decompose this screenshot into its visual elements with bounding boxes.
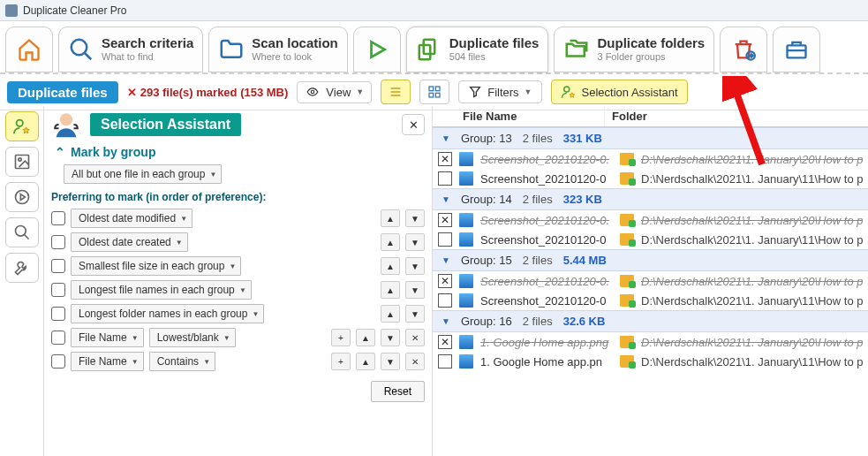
- side-tools[interactable]: [5, 253, 39, 283]
- mark-checkbox[interactable]: ✕: [438, 152, 452, 166]
- file-row[interactable]: ✕ Screenshot_20210120-0. D:\Nerdschalk\2…: [433, 271, 868, 291]
- close-panel-button[interactable]: ✕: [402, 114, 425, 135]
- criterion-field-dropdown[interactable]: File Name: [71, 328, 144, 347]
- filters-dropdown[interactable]: Filters ▼: [458, 80, 541, 103]
- page-title-pill: Duplicate files: [7, 81, 118, 103]
- group-header[interactable]: ▼ Group: 15 2 files 5.44 MB: [433, 249, 868, 271]
- grid-icon: [427, 85, 442, 99]
- criterion-checkbox[interactable]: [51, 235, 65, 249]
- criterion-operator-dropdown[interactable]: Lowest/blank: [149, 328, 236, 347]
- folder-cell: D:\Nerdschalk\2021\1. January\11\How to …: [641, 294, 863, 308]
- tab-subtitle: What to find: [102, 51, 193, 63]
- move-up-button[interactable]: ▲: [381, 257, 400, 275]
- toolbox-tab[interactable]: [773, 27, 820, 72]
- group-header[interactable]: ▼ Group: 16 2 files 32.6 KB: [433, 310, 868, 332]
- file-type-icon: [459, 293, 473, 308]
- selection-assistant-button[interactable]: Selection Assistant: [551, 80, 688, 104]
- move-up-button[interactable]: ▲: [381, 305, 400, 323]
- criterion-row: Smallest file size in each group ▲ ▼: [51, 256, 425, 276]
- criterion-checkbox[interactable]: [51, 307, 65, 321]
- mark-checkbox[interactable]: [438, 354, 452, 369]
- group-header[interactable]: ▼ Group: 13 2 files 331 KB: [433, 127, 868, 149]
- side-selection-assistant[interactable]: [5, 111, 39, 141]
- add-button[interactable]: +: [331, 353, 351, 370]
- move-down-button[interactable]: ▼: [405, 257, 425, 275]
- mark-by-group-heading[interactable]: ⌃ Mark by group: [55, 145, 425, 159]
- list-view-button[interactable]: [381, 80, 411, 104]
- move-down-button[interactable]: ▼: [381, 329, 400, 346]
- move-up-button[interactable]: ▲: [356, 329, 375, 346]
- eye-icon: [305, 86, 321, 98]
- file-row[interactable]: Screenshot_20210120-0 D:\Nerdschalk\2021…: [433, 230, 868, 249]
- move-up-button[interactable]: ▲: [381, 233, 400, 251]
- mark-checkbox[interactable]: [438, 232, 452, 247]
- criterion-dropdown[interactable]: Oldest date modified: [71, 209, 192, 228]
- move-up-button[interactable]: ▲: [356, 353, 375, 370]
- criterion-dropdown[interactable]: Oldest date created: [71, 232, 188, 252]
- criterion-checkbox[interactable]: [51, 331, 65, 345]
- remove-button[interactable]: ✕: [405, 353, 425, 370]
- criterion-dropdown[interactable]: Longest file names in each group: [71, 280, 252, 300]
- move-down-button[interactable]: ▼: [405, 209, 425, 227]
- move-down-button[interactable]: ▼: [405, 233, 425, 251]
- view-dropdown[interactable]: View ▼: [297, 81, 372, 103]
- file-row[interactable]: ✕ Screenshot_20210120-0. D:\Nerdschalk\2…: [433, 210, 868, 230]
- mark-checkbox[interactable]: ✕: [438, 335, 452, 349]
- mark-checkbox[interactable]: [438, 171, 452, 186]
- file-table: File Name Folder ▼ Group: 13 2 files 331…: [433, 106, 868, 456]
- file-type-icon: [459, 274, 473, 288]
- marked-status: ✕ 293 file(s) marked (153 MB): [127, 86, 289, 99]
- scan-location-tab[interactable]: Scan location Where to look: [208, 27, 348, 72]
- file-row[interactable]: Screenshot_20210120-0 D:\Nerdschalk\2021…: [433, 291, 868, 310]
- file-row[interactable]: Screenshot_20210120-0 D:\Nerdschalk\2021…: [433, 169, 868, 188]
- move-down-button[interactable]: ▼: [405, 305, 425, 323]
- run-tab[interactable]: [353, 27, 401, 72]
- folder-cell: D:\Nerdschalk\2021\1. January\11\How to …: [641, 172, 863, 186]
- criterion-checkbox[interactable]: [51, 283, 65, 297]
- search-criteria-tab[interactable]: Search criteria What to find: [58, 27, 203, 72]
- remove-button[interactable]: ✕: [405, 329, 425, 346]
- home-tab[interactable]: [5, 27, 53, 72]
- col-folder[interactable]: Folder: [605, 106, 868, 126]
- grid-view-button[interactable]: [419, 80, 449, 104]
- criterion-operator-dropdown[interactable]: Contains: [149, 352, 215, 371]
- group-mode-dropdown[interactable]: All but one file in each group: [64, 164, 222, 184]
- svg-point-0: [72, 40, 87, 56]
- mark-checkbox[interactable]: ✕: [438, 213, 452, 227]
- mark-checkbox[interactable]: ✕: [438, 274, 452, 288]
- close-icon: ✕: [409, 118, 419, 132]
- criterion-checkbox[interactable]: [51, 211, 65, 225]
- move-down-button[interactable]: ▼: [381, 353, 400, 370]
- file-row[interactable]: 1. Google Home app.pn D:\Nerdschalk\2021…: [433, 352, 868, 371]
- file-row[interactable]: ✕ Screenshot_20210120-0. D:\Nerdschalk\2…: [433, 149, 868, 169]
- criterion-field-dropdown[interactable]: File Name: [71, 352, 144, 371]
- group-header[interactable]: ▼ Group: 14 2 files 323 KB: [433, 188, 868, 210]
- side-search[interactable]: [5, 217, 39, 247]
- criterion-checkbox[interactable]: [51, 354, 65, 369]
- mark-checkbox[interactable]: [438, 293, 452, 308]
- svg-point-19: [15, 191, 28, 204]
- reset-button[interactable]: Reset: [371, 381, 425, 402]
- folder-path-icon: [620, 294, 634, 307]
- criterion-dropdown[interactable]: Longest folder names in each group: [71, 304, 264, 323]
- side-media-preview[interactable]: [5, 182, 39, 212]
- file-type-icon: [459, 232, 473, 247]
- add-button[interactable]: +: [331, 329, 351, 346]
- delete-tab[interactable]: [720, 27, 767, 72]
- move-up-button[interactable]: ▲: [381, 209, 400, 227]
- move-up-button[interactable]: ▲: [381, 281, 400, 299]
- trash-icon: [730, 36, 757, 63]
- duplicate-folders-tab[interactable]: Duplicate folders 3 Folder groups: [554, 27, 714, 72]
- person-star-icon: [12, 117, 32, 136]
- criterion-dropdown[interactable]: Smallest file size in each group: [71, 256, 241, 276]
- move-down-button[interactable]: ▼: [405, 281, 425, 299]
- svg-rect-13: [429, 93, 434, 97]
- criterion-checkbox[interactable]: [51, 259, 65, 273]
- folder-path-icon: [620, 153, 634, 165]
- col-file-name[interactable]: File Name: [433, 106, 605, 126]
- collapse-triangle-icon: ▼: [442, 194, 450, 204]
- duplicate-files-tab[interactable]: Duplicate files 504 files: [406, 27, 549, 72]
- side-image-preview[interactable]: [5, 147, 39, 177]
- file-row[interactable]: ✕ 1. Google Home app.png D:\Nerdschalk\2…: [433, 332, 868, 352]
- wrench-icon: [13, 259, 31, 277]
